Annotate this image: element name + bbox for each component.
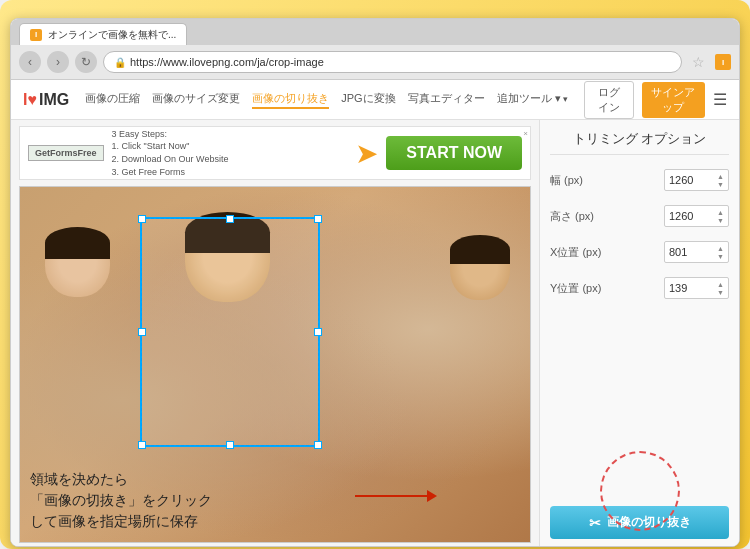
- field-val-y: 139: [669, 282, 687, 294]
- browser-tab[interactable]: I オンラインで画像を無料で...: [19, 23, 187, 45]
- lock-icon: 🔒: [114, 57, 126, 68]
- field-input-y[interactable]: 139 ▲ ▼: [664, 277, 729, 299]
- nav-compress[interactable]: 画像の圧縮: [85, 91, 140, 109]
- instruction-line1: 領域を決めたら: [30, 469, 212, 490]
- ad-label: ×: [523, 129, 528, 138]
- head-right: [450, 235, 510, 300]
- main-area: × GetFormsFree 3 Easy Steps: 1. Click "S…: [11, 120, 739, 547]
- right-panel: トリミング オプション 幅 (px) 1260 ▲ ▼: [539, 120, 739, 547]
- site-favicon: I: [715, 54, 731, 70]
- ad-step-2: 2. Download On Our Website: [112, 153, 348, 166]
- nav-jpg[interactable]: JPGに変換: [341, 91, 395, 109]
- image-edit-area[interactable]: 領域を決めたら 「画像の切抜き」をクリック して画像を指定場所に保存: [19, 186, 531, 543]
- face-right: [445, 227, 520, 317]
- page-content: I♥ IMG 画像の圧縮 画像のサイズ変更 画像の切り抜き JPGに変換 写真エ…: [11, 80, 739, 547]
- face-left: [40, 217, 120, 317]
- spinner-up-x[interactable]: ▲: [717, 245, 724, 252]
- ad-banner: × GetFormsFree 3 Easy Steps: 1. Click "S…: [19, 126, 531, 180]
- site-navbar: I♥ IMG 画像の圧縮 画像のサイズ変更 画像の切り抜き JPGに変換 写真エ…: [11, 80, 739, 120]
- crop-handle-bl[interactable]: [138, 441, 146, 449]
- head-left: [45, 227, 110, 297]
- field-val-height: 1260: [669, 210, 693, 222]
- scissors-icon: ✂: [589, 515, 601, 531]
- ad-logo: GetFormsFree: [28, 145, 104, 161]
- browser-frame: I オンラインで画像を無料で... ‹ › ↻ 🔒 https://www.il…: [10, 18, 740, 547]
- field-row-height: 高さ (px) 1260 ▲ ▼: [550, 205, 729, 227]
- nav-more[interactable]: 追加ツール ▾: [497, 91, 569, 109]
- login-button[interactable]: ログイン: [584, 81, 634, 119]
- crop-btn-highlight-circle: [600, 451, 680, 531]
- address-bar[interactable]: 🔒 https://www.ilovepng.com/ja/crop-image: [103, 51, 682, 73]
- arrow-line: [355, 495, 435, 497]
- crop-handle-ml[interactable]: [138, 328, 146, 336]
- crop-handle-tl[interactable]: [138, 215, 146, 223]
- panel-title: トリミング オプション: [550, 130, 729, 155]
- logo-img-text: IMG: [39, 91, 69, 109]
- signup-button[interactable]: サインアップ: [642, 82, 705, 118]
- field-label-x: X位置 (px): [550, 245, 601, 260]
- spinner-y[interactable]: ▲ ▼: [717, 281, 724, 296]
- spinner-down-x[interactable]: ▼: [717, 253, 724, 260]
- start-now-button[interactable]: START NOW: [386, 136, 522, 170]
- instruction-line3: して画像を指定場所に保存: [30, 511, 212, 532]
- site-logo: I♥ IMG: [23, 91, 69, 109]
- arrow-overlay: [355, 495, 435, 497]
- tab-label: オンラインで画像を無料で...: [48, 28, 176, 42]
- spinner-down-y[interactable]: ▼: [717, 289, 724, 296]
- ad-steps-title: 3 Easy Steps:: [112, 128, 348, 141]
- bookmark-icon[interactable]: ☆: [688, 54, 709, 70]
- nav-right: ログイン サインアップ ☰: [584, 81, 727, 119]
- logo-heart-icon: I♥: [23, 91, 37, 109]
- nav-resize[interactable]: 画像のサイズ変更: [152, 91, 240, 109]
- tabs-bar: I オンラインで画像を無料で...: [11, 19, 739, 45]
- browser-chrome: I オンラインで画像を無料で... ‹ › ↻ 🔒 https://www.il…: [11, 19, 739, 80]
- field-input-height[interactable]: 1260 ▲ ▼: [664, 205, 729, 227]
- ad-steps: 3 Easy Steps: 1. Click "Start Now" 2. Do…: [112, 128, 348, 178]
- ad-logo-area: GetFormsFree: [28, 145, 104, 161]
- tab-favicon: I: [30, 29, 42, 41]
- left-panel: × GetFormsFree 3 Easy Steps: 1. Click "S…: [11, 120, 539, 547]
- nav-editor[interactable]: 写真エディター: [408, 91, 485, 109]
- instruction-text: 領域を決めたら 「画像の切抜き」をクリック して画像を指定場所に保存: [30, 469, 212, 532]
- crop-btn-area: ✂ 画像の切り抜き: [550, 506, 729, 539]
- crop-handle-tr[interactable]: [314, 215, 322, 223]
- spinner-x[interactable]: ▲ ▼: [717, 245, 724, 260]
- crop-handle-bm[interactable]: [226, 441, 234, 449]
- instruction-line2: 「画像の切抜き」をクリック: [30, 490, 212, 511]
- ad-step-1: 1. Click "Start Now": [112, 140, 348, 153]
- field-label-y: Y位置 (px): [550, 281, 601, 296]
- field-row-x: X位置 (px) 801 ▲ ▼: [550, 241, 729, 263]
- outer-frame: I オンラインで画像を無料で... ‹ › ↻ 🔒 https://www.il…: [0, 0, 750, 549]
- spinner-up-height[interactable]: ▲: [717, 209, 724, 216]
- ad-arrow-icon: ➤: [355, 137, 378, 170]
- spinner-up-y[interactable]: ▲: [717, 281, 724, 288]
- refresh-button[interactable]: ↻: [75, 51, 97, 73]
- ad-step-3: 3. Get Free Forms: [112, 166, 348, 179]
- crop-handle-tm[interactable]: [226, 215, 234, 223]
- field-row-width: 幅 (px) 1260 ▲ ▼: [550, 169, 729, 191]
- spinner-height[interactable]: ▲ ▼: [717, 209, 724, 224]
- field-row-y: Y位置 (px) 139 ▲ ▼: [550, 277, 729, 299]
- spinner-down-width[interactable]: ▼: [717, 181, 724, 188]
- field-label-height: 高さ (px): [550, 209, 594, 224]
- field-input-x[interactable]: 801 ▲ ▼: [664, 241, 729, 263]
- nav-crop[interactable]: 画像の切り抜き: [252, 91, 329, 109]
- field-label-width: 幅 (px): [550, 173, 583, 188]
- back-button[interactable]: ‹: [19, 51, 41, 73]
- crop-selection[interactable]: [140, 217, 320, 447]
- hair-left: [45, 227, 110, 259]
- field-input-width[interactable]: 1260 ▲ ▼: [664, 169, 729, 191]
- forward-button[interactable]: ›: [47, 51, 69, 73]
- hair-right: [450, 235, 510, 264]
- spinner-down-height[interactable]: ▼: [717, 217, 724, 224]
- crop-handle-br[interactable]: [314, 441, 322, 449]
- field-val-width: 1260: [669, 174, 693, 186]
- spinner-width[interactable]: ▲ ▼: [717, 173, 724, 188]
- hamburger-icon[interactable]: ☰: [713, 90, 727, 109]
- nav-links: 画像の圧縮 画像のサイズ変更 画像の切り抜き JPGに変換 写真エディター 追加…: [85, 91, 568, 109]
- addressbar-row: ‹ › ↻ 🔒 https://www.ilovepng.com/ja/crop…: [11, 45, 739, 79]
- field-val-x: 801: [669, 246, 687, 258]
- url-text: https://www.ilovepng.com/ja/crop-image: [130, 56, 324, 68]
- crop-handle-mr[interactable]: [314, 328, 322, 336]
- spinner-up-width[interactable]: ▲: [717, 173, 724, 180]
